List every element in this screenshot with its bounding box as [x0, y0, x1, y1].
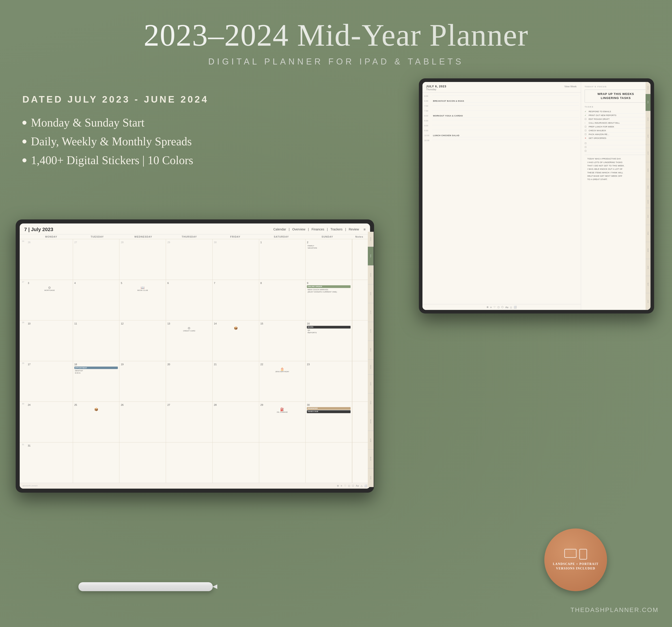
cal-cell[interactable]	[259, 442, 306, 483]
time-event	[432, 95, 579, 96]
cal-cell[interactable]: 23	[306, 361, 352, 402]
time-row: 7:00	[423, 104, 581, 109]
cake-icon: 🎂	[280, 367, 284, 370]
month-tab-aug: AUG	[368, 266, 374, 284]
time-event	[432, 124, 579, 125]
toolbar-icon-5[interactable]: ⬡	[352, 484, 354, 487]
list-item: Daily, Weekly & Monthly Spreads	[22, 135, 224, 148]
daily-tb-icon-3[interactable]: ♡	[494, 306, 496, 309]
week-num: 31	[20, 442, 26, 483]
time-event	[432, 104, 579, 105]
calendar-event: WORK	[307, 326, 351, 329]
cal-cell[interactable]: 26	[119, 402, 166, 442]
nav-review[interactable]: Review	[349, 227, 359, 232]
toolbar-icons[interactable]: ⊕ ≡ ♡ ◻ ⬡ Aa △ ⬜	[337, 484, 367, 487]
time-label: 6:30	[424, 99, 432, 102]
view-week-link[interactable]: View Week	[564, 85, 577, 88]
time-label: 6:00	[424, 95, 432, 97]
cal-cell[interactable]: 2 FAMILYVACATION	[306, 239, 352, 280]
cal-cell[interactable]: 13 ⊙ CREDIT CARD	[166, 320, 213, 361]
cal-cell[interactable]	[166, 442, 213, 483]
month-tab-apr: APR	[368, 431, 374, 450]
badge-device-icons	[564, 549, 587, 560]
cal-cell[interactable]: 16 WORK Q4REPORTS	[306, 320, 352, 361]
nav-calendar[interactable]: Calendar	[273, 227, 286, 232]
cal-cell[interactable]: 12	[119, 320, 166, 361]
daily-tb-icon-8[interactable]: ⬜	[513, 306, 517, 309]
cal-cell[interactable]: 10	[26, 320, 73, 361]
task-check-icon: ✕	[585, 137, 587, 139]
daily-tb-icon-5[interactable]: ⬡	[501, 306, 504, 309]
toolbar-icon-3[interactable]: ♡	[344, 484, 346, 487]
cal-cell[interactable]: 15	[259, 320, 306, 361]
focus-box: WRAP UP THIS WEEKSLINGERING TASKS	[585, 90, 647, 102]
cal-cell[interactable]: 8	[259, 280, 306, 320]
daily-tb-icon-2[interactable]: ≡	[490, 306, 492, 309]
cal-cell[interactable]	[213, 442, 259, 483]
cal-cell[interactable]: 30	[213, 239, 259, 280]
cal-cell[interactable]: 29 ⛽ OIL CHANGE	[259, 402, 306, 442]
calendar-rows: 24 26 27 28 29 30 1 2 FAMILYVACATION 27	[20, 239, 370, 483]
cal-cell[interactable]: 25 📦	[73, 402, 120, 442]
time-label: 10:30	[424, 139, 432, 142]
cal-cell[interactable]	[119, 442, 166, 483]
nav-trackers[interactable]: Trackers	[330, 227, 342, 232]
cal-cell[interactable]: 27	[166, 402, 213, 442]
day-saturday: SATURDAY	[258, 235, 304, 238]
cal-cell[interactable]	[306, 442, 352, 483]
nav-menu-icon[interactable]: ≡	[364, 227, 365, 232]
month-tab-feb: FEB	[368, 393, 374, 412]
cal-cell[interactable]	[73, 442, 120, 483]
side-tab-aug: AUG	[646, 111, 650, 128]
toolbar-icon-7[interactable]: △	[361, 484, 362, 487]
calendar-week-6: 31 31	[20, 442, 370, 483]
cal-cell[interactable]: 18 APPOINTMENT DENTIST8:00 A	[73, 361, 120, 402]
nav-overview[interactable]: Overview	[292, 227, 305, 232]
calendar-nav[interactable]: Calendar | Overview | Finances | Tracker…	[273, 227, 365, 232]
day-monday: MONDAY	[28, 235, 74, 238]
cal-cell[interactable]: 28	[119, 239, 166, 280]
cal-cell[interactable]: 11	[73, 320, 120, 361]
calendar-event: DENTIST8:00 A	[74, 369, 118, 375]
daily-tb-icon-1[interactable]: ⊕	[486, 306, 488, 309]
daily-tb-icon-7[interactable]: △	[510, 306, 512, 309]
toolbar-icon-8[interactable]: ⬜	[364, 484, 367, 487]
mortgage-icon: ⊙	[48, 286, 51, 289]
toolbar-icon-1[interactable]: ⊕	[337, 484, 339, 487]
time-row: 9:30	[423, 129, 581, 134]
daily-tb-icon-6[interactable]: Aa	[505, 306, 508, 309]
cal-cell[interactable]: 7	[213, 280, 259, 320]
cal-cell[interactable]: 30 REMINDER TAXES DUE	[306, 402, 352, 442]
cal-cell[interactable]: 29	[166, 239, 213, 280]
daily-tb-icon-4[interactable]: ◻	[498, 306, 500, 309]
nav-divider4: |	[345, 227, 346, 232]
cal-cell[interactable]: 17	[26, 361, 73, 402]
time-label: 8:00	[424, 114, 432, 117]
week-num: 24	[20, 239, 26, 280]
cal-cell[interactable]: 28	[213, 402, 259, 442]
cal-cell[interactable]: 14 📦	[213, 320, 259, 361]
cal-cell[interactable]: 26	[26, 239, 73, 280]
toolbar-icon-2[interactable]: ≡	[341, 484, 342, 487]
toolbar-icon-6[interactable]: Aa	[356, 484, 359, 487]
cal-cell[interactable]: 5 📖 BOOK CLUB	[119, 280, 166, 320]
toolbar-icon-4[interactable]: ◻	[348, 484, 350, 487]
cal-cell[interactable]: 3 ⊙ MORTGAGE	[26, 280, 73, 320]
cal-cell[interactable]: 20	[166, 361, 213, 402]
cal-cell[interactable]: 21	[213, 361, 259, 402]
cal-cell[interactable]: 4	[73, 280, 120, 320]
daily-toolbar-icons[interactable]: ⊕ ≡ ♡ ◻ ⬡ Aa △ ⬜	[423, 304, 581, 310]
cal-cell[interactable]: 9 ONLINE ORDER NEW COUCH ARRIVES(MUST DO…	[306, 280, 352, 320]
year-tab-2022: 2022	[368, 232, 374, 247]
cal-cell[interactable]: 19	[119, 361, 166, 402]
cal-cell[interactable]: 6	[166, 280, 213, 320]
cal-cell[interactable]: 27	[73, 239, 120, 280]
cal-cell[interactable]: 22 🎂 JENS BIRTHDAY	[259, 361, 306, 402]
nav-finances[interactable]: Finances	[312, 227, 325, 232]
task-check-icon: ☐	[585, 146, 587, 148]
nav-divider3: |	[327, 227, 328, 232]
cal-cell[interactable]: 31	[26, 442, 73, 483]
cal-cell[interactable]: 24	[26, 402, 73, 442]
cal-cell[interactable]: 1	[259, 239, 306, 280]
side-tab-jan: JAN	[646, 208, 650, 225]
